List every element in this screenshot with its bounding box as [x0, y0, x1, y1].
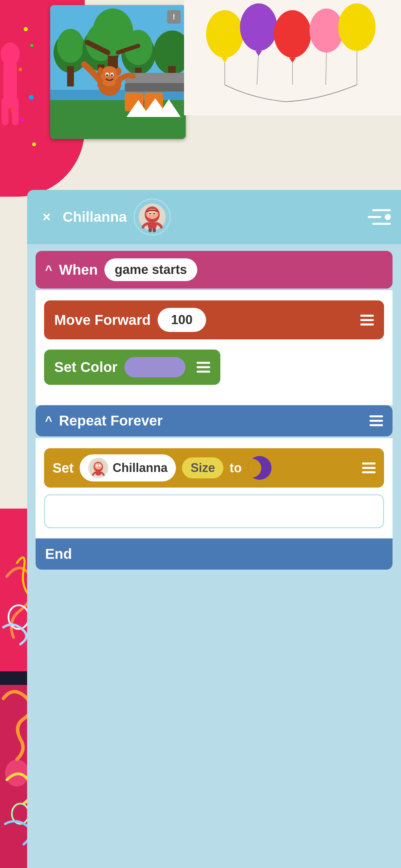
ham-line-11	[362, 467, 376, 469]
move-forward-value[interactable]: 100	[158, 308, 206, 332]
svg-point-7	[57, 29, 84, 63]
svg-rect-8	[67, 66, 74, 86]
ham-line-1	[360, 315, 374, 317]
svg-point-39	[206, 10, 243, 58]
character-avatar[interactable]	[134, 198, 171, 236]
ham-line-3	[360, 323, 374, 326]
svg-point-62	[149, 213, 151, 215]
avatar-svg	[137, 202, 167, 232]
right-preview	[184, 0, 401, 115]
repeat-forever-block[interactable]: ^ Repeat Forever	[36, 405, 393, 436]
svg-point-34	[116, 67, 121, 75]
char-mini-avatar	[88, 458, 108, 478]
svg-point-32	[111, 74, 113, 76]
menu-line-1	[372, 209, 391, 211]
set-size-block[interactable]: Set Chillanna	[44, 448, 384, 488]
svg-rect-64	[148, 222, 157, 229]
move-forward-label: Move Forward	[54, 312, 151, 328]
ham-line-9	[369, 424, 383, 426]
set-color-label: Set Color	[54, 359, 118, 375]
char-avatar-mini-svg	[89, 459, 108, 477]
main-panel: × Chillanna	[27, 190, 401, 868]
code-container: ^ When game starts Move Forward 100 Set …	[27, 244, 401, 576]
svg-rect-65	[148, 228, 152, 232]
svg-point-33	[98, 67, 103, 75]
header-bar: × Chillanna	[27, 190, 401, 244]
game-starts-pill[interactable]: game starts	[104, 258, 197, 281]
when-content-area: Move Forward 100 Set Color	[36, 290, 393, 405]
to-label: to	[229, 461, 242, 475]
when-label: When	[59, 262, 98, 278]
empty-placeholder-block	[44, 494, 384, 528]
menu-line-2	[368, 216, 381, 218]
svg-point-69	[95, 463, 102, 470]
svg-point-45	[274, 10, 311, 58]
repeat-content-area: Set Chillanna	[36, 438, 393, 538]
game-preview: !	[50, 5, 186, 139]
svg-point-63	[154, 213, 155, 215]
set-color-menu[interactable]	[197, 362, 210, 373]
svg-point-70	[96, 465, 98, 467]
end-label: End	[45, 546, 72, 562]
move-forward-menu[interactable]	[360, 315, 374, 326]
menu-dot	[385, 214, 391, 220]
moon-shape[interactable]	[248, 456, 272, 480]
move-forward-block[interactable]: Move Forward 100	[44, 300, 384, 339]
header-title: Chillanna	[63, 209, 127, 225]
when-block[interactable]: ^ When game starts	[36, 251, 393, 289]
character-name: Chillanna	[113, 461, 167, 475]
svg-point-50	[338, 3, 376, 51]
ham-line-5	[197, 366, 210, 368]
ham-line-4	[197, 362, 210, 364]
svg-point-31	[106, 74, 108, 76]
repeat-chevron: ^	[45, 414, 52, 428]
ham-line-10	[362, 462, 376, 465]
menu-button[interactable]	[370, 208, 391, 226]
svg-point-42	[240, 3, 277, 51]
repeat-label: Repeat Forever	[59, 413, 163, 429]
ham-line-8	[369, 420, 383, 422]
size-pill[interactable]: Size	[182, 457, 223, 478]
ham-line-6	[197, 371, 210, 373]
chevron-icon: ^	[45, 263, 52, 277]
svg-rect-4	[12, 100, 19, 125]
svg-point-48	[309, 8, 343, 53]
close-button[interactable]: ×	[37, 208, 56, 226]
svg-point-28	[100, 66, 119, 86]
balloon-svg	[184, 0, 401, 115]
warning-icon: !	[167, 10, 181, 24]
end-section: End	[36, 538, 393, 570]
game-scene-svg	[50, 5, 186, 139]
color-swatch[interactable]	[124, 357, 185, 377]
menu-line-3	[372, 223, 391, 225]
set-label: Set	[53, 460, 74, 476]
pink-figure	[0, 27, 34, 163]
set-color-block[interactable]: Set Color	[44, 350, 220, 385]
moon-inner	[248, 459, 261, 477]
character-pill[interactable]: Chillanna	[80, 454, 176, 481]
repeat-forever-menu[interactable]	[369, 415, 383, 426]
svg-point-71	[99, 465, 101, 467]
ham-line-12	[362, 471, 376, 473]
ham-line-7	[369, 415, 383, 417]
svg-rect-66	[153, 228, 156, 232]
svg-rect-3	[2, 98, 8, 125]
warning-text: !	[173, 13, 175, 21]
svg-rect-24	[125, 83, 186, 92]
svg-rect-72	[96, 471, 101, 475]
set-size-menu[interactable]	[362, 462, 376, 473]
ham-line-2	[360, 319, 374, 321]
